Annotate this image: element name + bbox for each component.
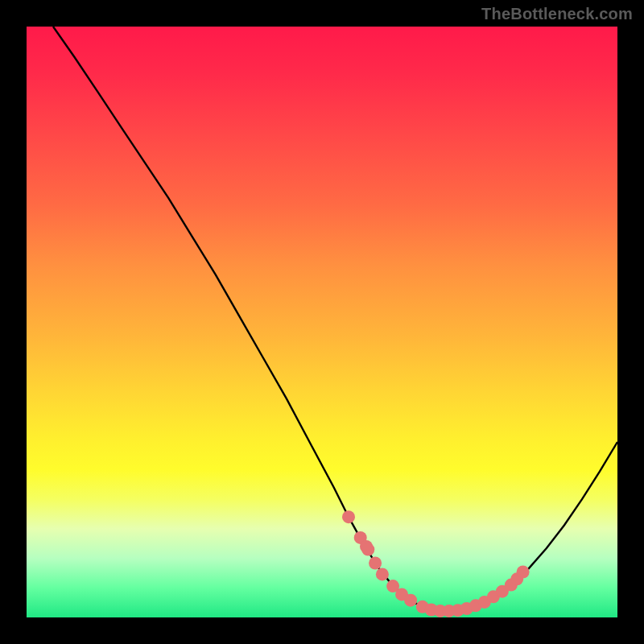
chart-frame: TheBottleneck.com [0,0,644,644]
highlight-dots [342,510,530,617]
plot-area [27,27,617,617]
highlight-dot [376,568,389,580]
highlight-dot [342,510,355,523]
highlight-dot [369,557,382,570]
watermark-text: TheBottleneck.com [481,5,633,23]
highlight-dot [361,543,374,556]
highlight-dot [404,594,417,607]
curve-svg [27,27,617,617]
bottleneck-curve [53,27,617,611]
highlight-dot [517,566,530,579]
